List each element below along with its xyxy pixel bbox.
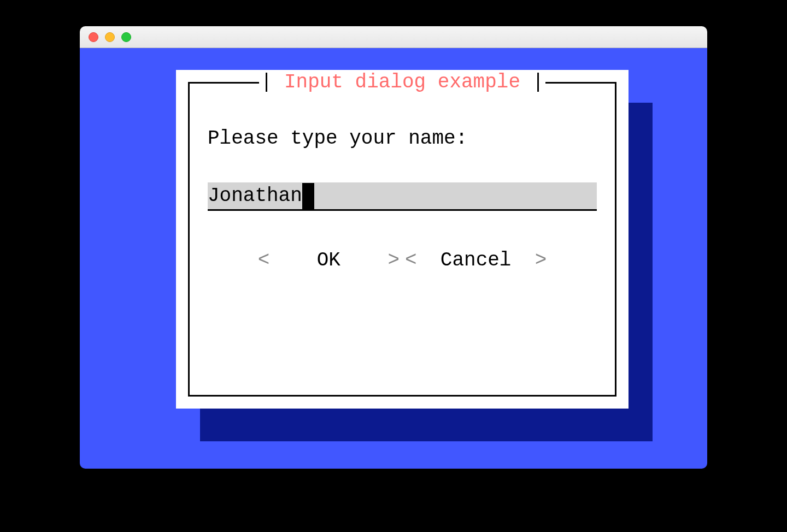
button-row: < OK > < Cancel >	[208, 249, 597, 271]
input-dialog: | Input dialog example | Please type you…	[176, 70, 629, 409]
input-value: Jonathan	[208, 185, 302, 207]
dialog-title: | Input dialog example |	[259, 72, 546, 93]
minimize-window-button[interactable]	[105, 32, 115, 42]
close-window-button[interactable]	[89, 32, 98, 42]
dialog-prompt: Please type your name:	[208, 127, 597, 150]
text-cursor	[302, 183, 314, 209]
app-window: | Input dialog example | Please type you…	[80, 26, 707, 469]
dialog-frame: | Input dialog example | Please type you…	[188, 82, 616, 397]
name-input[interactable]: Jonathan	[208, 182, 597, 211]
window-titlebar	[80, 26, 707, 48]
maximize-window-button[interactable]	[121, 32, 131, 42]
terminal-area: | Input dialog example | Please type you…	[80, 48, 707, 469]
cancel-button[interactable]: < Cancel >	[405, 249, 547, 271]
ok-button[interactable]: < OK >	[258, 249, 400, 271]
